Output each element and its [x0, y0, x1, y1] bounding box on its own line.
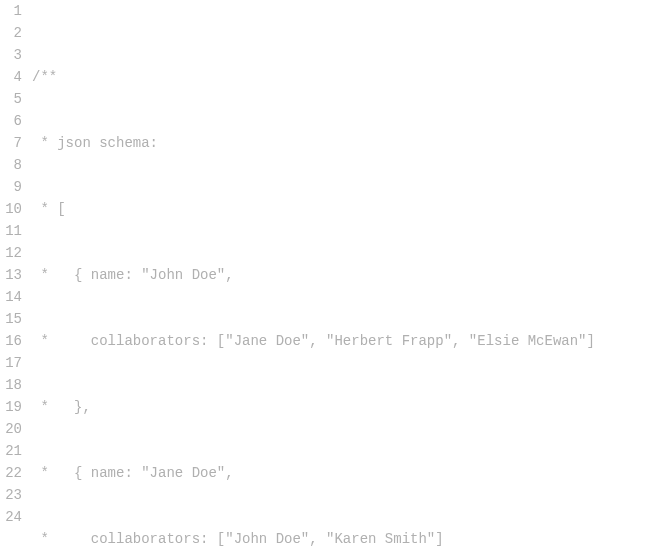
comment-text: * json schema:: [32, 135, 158, 151]
line-number: 23: [0, 484, 22, 506]
line-number: 22: [0, 462, 22, 484]
line-number-gutter: 1 2 3 4 5 6 7 8 9 10 11 12 13 14 15 16 1…: [0, 0, 28, 560]
line-number: 9: [0, 176, 22, 198]
code-line[interactable]: * collaborators: ["John Doe", "Karen Smi…: [32, 528, 650, 550]
line-number: 13: [0, 264, 22, 286]
line-number: 3: [0, 44, 22, 66]
code-line[interactable]: * collaborators: ["Jane Doe", "Herbert F…: [32, 330, 650, 352]
line-number: 7: [0, 132, 22, 154]
line-number: 15: [0, 308, 22, 330]
line-number: 17: [0, 352, 22, 374]
code-line[interactable]: * { name: "John Doe",: [32, 264, 650, 286]
line-number: 6: [0, 110, 22, 132]
code-area[interactable]: /** * json schema: * [ * { name: "John D…: [28, 0, 650, 560]
code-line[interactable]: * [: [32, 198, 650, 220]
comment-text: * collaborators: ["Jane Doe", "Herbert F…: [32, 333, 595, 349]
line-number: 5: [0, 88, 22, 110]
code-line[interactable]: * { name: "Jane Doe",: [32, 462, 650, 484]
line-number: 18: [0, 374, 22, 396]
line-number: 11: [0, 220, 22, 242]
line-number: 16: [0, 330, 22, 352]
line-number: 24: [0, 506, 22, 528]
code-line[interactable]: * json schema:: [32, 132, 650, 154]
comment-text: * { name: "Jane Doe",: [32, 465, 234, 481]
line-number: 1: [0, 0, 22, 22]
line-number: 14: [0, 286, 22, 308]
line-number: 4: [0, 66, 22, 88]
line-number: 20: [0, 418, 22, 440]
comment-text: /**: [32, 69, 57, 85]
comment-text: * { name: "John Doe",: [32, 267, 234, 283]
comment-text: * [: [32, 201, 66, 217]
line-number: 10: [0, 198, 22, 220]
comment-text: * },: [32, 399, 91, 415]
line-number: 2: [0, 22, 22, 44]
comment-text: * collaborators: ["John Doe", "Karen Smi…: [32, 531, 444, 547]
code-line[interactable]: * },: [32, 396, 650, 418]
code-line[interactable]: /**: [32, 66, 650, 88]
line-number: 21: [0, 440, 22, 462]
code-editor[interactable]: 1 2 3 4 5 6 7 8 9 10 11 12 13 14 15 16 1…: [0, 0, 650, 560]
line-number: 19: [0, 396, 22, 418]
line-number: 12: [0, 242, 22, 264]
line-number: 8: [0, 154, 22, 176]
